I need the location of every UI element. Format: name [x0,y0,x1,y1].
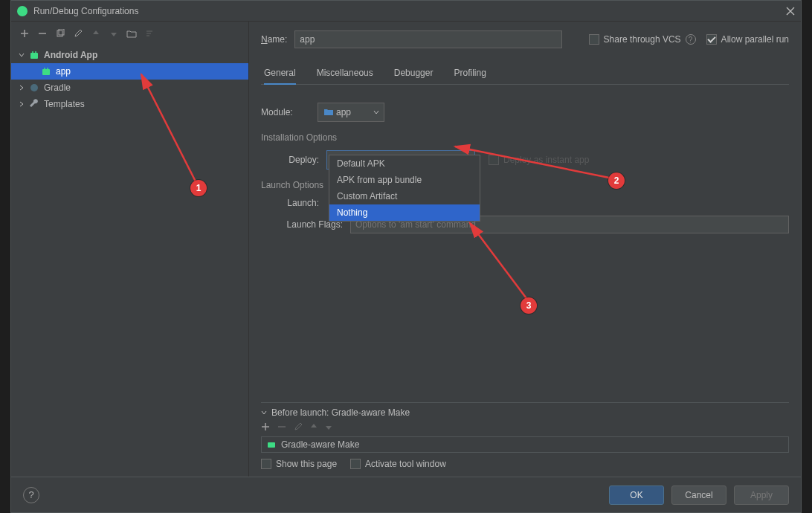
wrench-icon [29,99,41,109]
deploy-option-nothing[interactable]: Nothing [329,204,480,221]
before-launch-header[interactable]: Before launch: Gradle-aware Make [261,407,789,418]
gradle-icon [266,439,277,451]
android-icon [41,66,53,77]
edit-task-icon[interactable] [294,422,303,433]
folder-icon[interactable] [126,28,138,39]
move-up-icon[interactable] [90,28,102,39]
run-debug-config-dialog: Run/Debug Configurations Android [10,0,802,513]
activate-tool-window-checkbox[interactable]: Activate tool window [350,459,446,469]
chevron-right-icon [17,101,26,107]
tree-label: app [56,66,71,77]
move-down-icon[interactable] [108,28,120,39]
configurations-sidebar: Android App app Gradle Templates [11,22,249,477]
name-label: Name: [261,34,287,45]
deploy-dropdown-popup: Default APK APK from app bundle Custom A… [329,155,480,222]
deploy-option-custom-artifact[interactable]: Custom Artifact [329,188,480,204]
before-launch-section: Before launch: Gradle-aware Make Gradle-… [261,402,789,477]
folder-icon [324,107,333,117]
dialog-title: Run/Debug Configurations [33,6,786,16]
help-button[interactable]: ? [23,487,39,503]
config-details: Name: Share through VCS ? Allow parallel… [249,22,801,477]
android-studio-icon [17,6,28,16]
svg-rect-0 [57,30,62,36]
svg-rect-1 [59,29,64,35]
activate-tool-window-label: Activate tool window [365,459,446,469]
show-this-page-checkbox[interactable]: Show this page [261,459,337,469]
launch-label: Launch: [276,198,319,208]
tree-item-gradle[interactable]: Gradle [11,80,248,96]
tree-item-android-app[interactable]: Android App [11,47,248,63]
sort-icon[interactable] [144,28,155,39]
svg-point-8 [30,84,38,91]
edit-config-icon[interactable] [72,28,84,39]
annotation-marker-3: 3 [521,297,537,314]
svg-rect-5 [42,69,50,75]
before-launch-item: Gradle-aware Make [281,439,359,450]
annotation-marker-1: 1 [190,180,207,196]
cancel-button[interactable]: Cancel [671,485,726,505]
tab-general[interactable]: General [264,63,296,84]
tab-debugger[interactable]: Debugger [394,63,434,84]
svg-point-4 [35,51,36,53]
ok-button[interactable]: OK [609,485,664,505]
allow-parallel-checkbox[interactable]: Allow parallel run [706,34,789,45]
tree-label: Gradle [44,83,71,93]
config-tabs: General Miscellaneous Debugger Profiling [261,63,789,85]
remove-task-icon[interactable] [277,422,286,433]
android-icon [29,50,41,60]
svg-rect-9 [268,442,275,448]
move-task-down-icon[interactable] [325,422,332,433]
sidebar-toolbar [11,26,248,45]
module-label: Module: [261,107,313,117]
add-config-icon[interactable] [19,28,30,39]
deploy-instant-checkbox[interactable]: Deploy as instant app [489,155,589,165]
name-input[interactable] [294,30,562,48]
tree-item-app[interactable]: app [11,63,248,80]
module-select[interactable]: app [318,103,384,122]
svg-point-7 [47,68,48,69]
configurations-tree: Android App app Gradle Templates [11,45,248,114]
move-task-up-icon[interactable] [310,422,318,433]
svg-point-3 [32,51,33,53]
chevron-down-icon [17,52,26,58]
chevron-down-icon [261,407,267,418]
svg-point-6 [44,68,45,69]
tree-label: Templates [44,99,85,109]
chevron-right-icon [17,85,26,91]
before-launch-title: Before launch: Gradle-aware Make [271,407,410,418]
gradle-icon [29,83,41,93]
allow-parallel-label: Allow parallel run [721,34,789,45]
deploy-instant-label: Deploy as instant app [503,155,589,165]
show-this-page-label: Show this page [276,459,337,469]
share-vcs-label: Share through VCS [604,34,681,45]
deploy-option-apk-bundle[interactable]: APK from app bundle [329,172,480,188]
tree-item-templates[interactable]: Templates [11,96,248,112]
add-task-icon[interactable] [261,422,270,433]
tree-label: Android App [44,50,97,60]
module-select-value: app [336,107,351,117]
dialog-footer: ? OK Cancel Apply [11,477,801,512]
tab-profiling[interactable]: Profiling [454,63,486,84]
share-vcs-checkbox[interactable]: Share through VCS ? [589,34,696,45]
installation-options-section: Installation Options [261,132,789,143]
svg-rect-2 [30,53,38,59]
annotation-marker-2: 2 [608,172,625,189]
titlebar: Run/Debug Configurations [11,1,801,22]
copy-config-icon[interactable] [54,28,66,39]
close-icon[interactable] [786,7,795,16]
before-launch-list[interactable]: Gradle-aware Make [261,436,789,453]
help-icon[interactable]: ? [686,34,696,45]
apply-button[interactable]: Apply [734,485,789,505]
deploy-option-default-apk[interactable]: Default APK [329,155,480,172]
remove-config-icon[interactable] [36,28,48,39]
deploy-label: Deploy: [276,155,319,165]
tab-miscellaneous[interactable]: Miscellaneous [317,63,373,84]
chevron-down-icon [373,107,379,117]
